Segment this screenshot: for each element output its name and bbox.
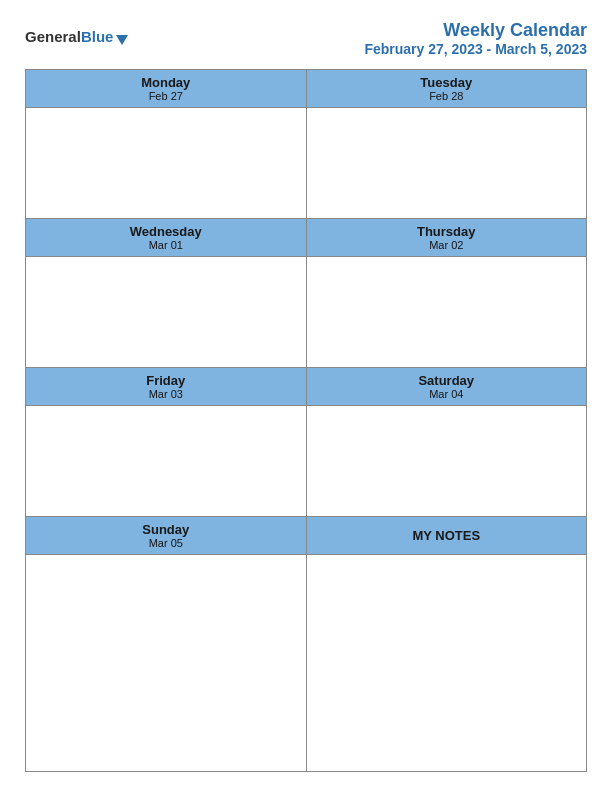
sunday-date: Mar 05 [26,537,306,549]
row-1: Monday Feb 27 Tuesday Feb 28 [26,70,586,219]
calendar-grid: Monday Feb 27 Tuesday Feb 28 Wednesday M… [25,69,587,772]
calendar-subtitle: February 27, 2023 - March 5, 2023 [364,41,587,57]
wednesday-body[interactable] [26,257,307,367]
wednesday-date: Mar 01 [26,239,306,251]
row-3-headers: Friday Mar 03 Saturday Mar 04 [26,368,586,406]
row-4: Sunday Mar 05 MY NOTES [26,517,586,771]
thursday-date: Mar 02 [307,239,587,251]
saturday-body[interactable] [307,406,587,516]
logo-text: GeneralBlue [25,28,113,46]
notes-label: MY NOTES [412,528,480,543]
header: GeneralBlue Weekly Calendar February 27,… [25,20,587,57]
monday-name: Monday [26,75,306,90]
friday-body[interactable] [26,406,307,516]
notes-header: MY NOTES [307,517,587,554]
thursday-body[interactable] [307,257,587,367]
logo-blue: Blue [81,28,114,45]
header-right: Weekly Calendar February 27, 2023 - Marc… [364,20,587,57]
sunday-name: Sunday [26,522,306,537]
logo-triangle-icon [116,35,128,45]
row-3-content [26,406,586,516]
tuesday-date: Feb 28 [307,90,587,102]
calendar-title: Weekly Calendar [364,20,587,41]
svg-marker-0 [116,35,128,45]
row-2-headers: Wednesday Mar 01 Thursday Mar 02 [26,219,586,257]
tuesday-body[interactable] [307,108,587,218]
logo-general: General [25,28,81,45]
row-1-headers: Monday Feb 27 Tuesday Feb 28 [26,70,586,108]
friday-date: Mar 03 [26,388,306,400]
monday-body[interactable] [26,108,307,218]
notes-body[interactable] [307,555,587,771]
row-3: Friday Mar 03 Saturday Mar 04 [26,368,586,517]
friday-header: Friday Mar 03 [26,368,307,405]
row-1-content [26,108,586,218]
thursday-header: Thursday Mar 02 [307,219,587,256]
saturday-header: Saturday Mar 04 [307,368,587,405]
wednesday-header: Wednesday Mar 01 [26,219,307,256]
sunday-body[interactable] [26,555,307,771]
row-2: Wednesday Mar 01 Thursday Mar 02 [26,219,586,368]
saturday-name: Saturday [307,373,587,388]
monday-date: Feb 27 [26,90,306,102]
saturday-date: Mar 04 [307,388,587,400]
page: GeneralBlue Weekly Calendar February 27,… [0,0,612,792]
tuesday-header: Tuesday Feb 28 [307,70,587,107]
thursday-name: Thursday [307,224,587,239]
monday-header: Monday Feb 27 [26,70,307,107]
wednesday-name: Wednesday [26,224,306,239]
sunday-header: Sunday Mar 05 [26,517,307,554]
row-4-headers: Sunday Mar 05 MY NOTES [26,517,586,555]
row-2-content [26,257,586,367]
friday-name: Friday [26,373,306,388]
tuesday-name: Tuesday [307,75,587,90]
row-4-content [26,555,586,771]
logo: GeneralBlue [25,28,128,49]
